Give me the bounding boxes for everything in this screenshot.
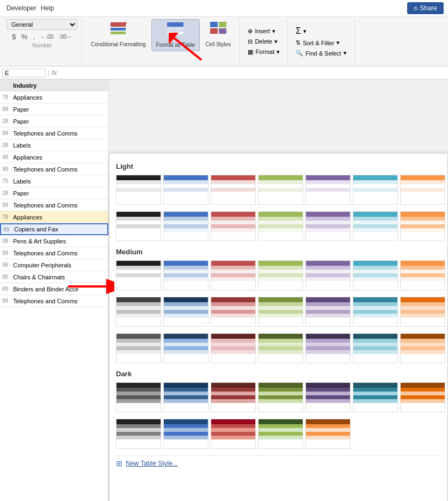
- medium-style-grid-row3: [116, 333, 441, 363]
- table-style-medium-cyan-3[interactable]: [353, 333, 398, 363]
- conditional-formatting-button[interactable]: Conditional Formatting: [87, 19, 150, 50]
- table-style-medium-purple-3[interactable]: [305, 333, 351, 363]
- table-style-light-red-2[interactable]: [211, 211, 256, 241]
- conditional-formatting-label: Conditional Formatting: [91, 41, 146, 48]
- table-style-medium-blue-2[interactable]: [163, 297, 208, 327]
- table-row[interactable]: 99 Telephones and Comms: [0, 295, 108, 307]
- table-style-medium-2[interactable]: [116, 297, 161, 327]
- share-icon: ⎋: [414, 4, 418, 12]
- table-style-medium-blue-3[interactable]: [163, 333, 208, 363]
- table-row[interactable]: 89 Binders and Binder Acce: [0, 283, 108, 295]
- table-style-light-blue-1[interactable]: [163, 175, 208, 205]
- delete-button[interactable]: ⊟ Delete ▾: [244, 37, 283, 46]
- table-style-dark-blue-1[interactable]: [163, 382, 208, 412]
- table-style-light-cyan-2[interactable]: [353, 211, 398, 241]
- table-style-medium-green-2[interactable]: [258, 297, 303, 327]
- table-style-medium-orange-3[interactable]: [400, 333, 445, 363]
- table-style-medium-orange-1[interactable]: [400, 260, 445, 290]
- table-style-light-orange-1[interactable]: [400, 175, 445, 205]
- table-style-dark-red-2[interactable]: [211, 419, 256, 449]
- table-style-medium-blue-1[interactable]: [163, 260, 208, 290]
- menu-item-help[interactable]: Help: [39, 3, 57, 13]
- table-style-dark-1[interactable]: [116, 382, 161, 412]
- currency-button[interactable]: $: [10, 32, 17, 41]
- table-style-medium-red-1[interactable]: [211, 260, 256, 290]
- table-style-light-green-2[interactable]: [258, 211, 303, 241]
- find-icon: 🔍: [296, 50, 303, 57]
- table-style-medium-green-1[interactable]: [258, 260, 303, 290]
- insert-button[interactable]: ⊕ Insert ▾: [244, 27, 283, 36]
- table-style-dark-2[interactable]: [116, 419, 161, 449]
- table-style-dark-orange-2[interactable]: [305, 419, 351, 449]
- table-style-light-green-1[interactable]: [258, 175, 303, 205]
- table-style-light-orange-2[interactable]: [400, 211, 445, 241]
- table-style-light-cyan-1[interactable]: [353, 175, 398, 205]
- table-row[interactable]: 08 Pens & Art Supplies: [0, 235, 108, 247]
- table-style-dark-green-2[interactable]: [258, 419, 303, 449]
- table-style-medium-purple-2[interactable]: [305, 297, 351, 327]
- table-style-dark-blue-2[interactable]: [163, 419, 208, 449]
- insert-delete-format: ⊕ Insert ▾ ⊟ Delete ▾ ▦ Format ▾: [244, 27, 283, 57]
- table-style-medium-purple-1[interactable]: [305, 260, 351, 290]
- insert-dropdown-icon: ▾: [272, 28, 275, 35]
- sort-filter-button[interactable]: ⇅ Sort & Filter ▾: [292, 38, 349, 47]
- autosum-button[interactable]: Σ ▾: [292, 25, 349, 37]
- table-style-medium-cyan-2[interactable]: [353, 297, 398, 327]
- decrease-decimal-button[interactable]: ←.00: [39, 33, 55, 40]
- table-style-medium-red-2[interactable]: [211, 297, 256, 327]
- increase-decimal-button[interactable]: .00→: [57, 33, 73, 40]
- comma-button[interactable]: ,: [32, 32, 37, 41]
- table-style-light-purple-1[interactable]: [305, 175, 351, 205]
- format-as-table-button[interactable]: Format as Table: [151, 19, 200, 51]
- format-as-table-label: Format as Table: [156, 42, 195, 48]
- table-row[interactable]: 78 Appliances: [0, 91, 108, 103]
- table-style-light-1[interactable]: [116, 175, 161, 205]
- table-style-light-purple-2[interactable]: [305, 211, 351, 241]
- table-style-dark-red-1[interactable]: [211, 382, 256, 412]
- find-dropdown-icon: ▾: [343, 50, 347, 57]
- table-style-light-2[interactable]: [116, 211, 161, 241]
- table-style-dark-orange-1[interactable]: [400, 382, 445, 412]
- table-row[interactable]: 99 Telephones and Comms: [0, 127, 108, 139]
- table-row[interactable]: 28 Paper: [0, 187, 108, 199]
- table-style-medium-green-3[interactable]: [258, 333, 303, 363]
- table-row[interactable]: 99 Telephones and Comms: [0, 247, 108, 259]
- table-row[interactable]: 28 Paper: [0, 115, 108, 127]
- format-as-table-icon: [167, 22, 184, 41]
- table-style-medium-orange-2[interactable]: [400, 297, 445, 327]
- table-style-light-red-1[interactable]: [211, 175, 256, 205]
- cell-styles-button[interactable]: Cell Styles: [201, 19, 235, 50]
- table-style-medium-red-3[interactable]: [211, 333, 256, 363]
- new-table-style-button[interactable]: ⊞ New Table Style...: [116, 455, 441, 471]
- table-style-medium-cyan-1[interactable]: [353, 260, 398, 290]
- name-box[interactable]: [2, 69, 46, 77]
- ribbon: Developer Help ⎋ Share General $ % , ←.0…: [0, 0, 448, 66]
- table-style-dark-cyan-1[interactable]: [353, 382, 398, 412]
- table-row[interactable]: 38 Labels: [0, 139, 108, 151]
- table-style-light-blue-2[interactable]: [163, 211, 208, 241]
- menu-item-developer[interactable]: Developer: [4, 3, 39, 13]
- find-select-button[interactable]: 🔍 Find & Select ▾: [292, 48, 349, 58]
- svg-rect-0: [111, 22, 126, 27]
- table-row[interactable]: 75 Labels: [0, 175, 108, 187]
- table-row[interactable]: 99 Telephones and Comms: [0, 199, 108, 211]
- number-format-select[interactable]: General: [7, 19, 77, 30]
- table-row[interactable]: 99 Copiers and Fax: [0, 223, 108, 235]
- formula-input[interactable]: [59, 70, 446, 76]
- medium-style-grid-row2: [116, 297, 441, 327]
- table-style-dark-purple-1[interactable]: [305, 382, 351, 412]
- table-style-dark-green-1[interactable]: [258, 382, 303, 412]
- table-row[interactable]: 95 Chairs & Chairmats: [0, 271, 108, 283]
- table-style-medium-3[interactable]: [116, 333, 161, 363]
- table-row[interactable]: 78 Appliances: [0, 211, 108, 223]
- share-button[interactable]: ⎋ Share: [407, 2, 444, 14]
- sort-icon: ⇅: [296, 39, 300, 46]
- table-style-medium-1[interactable]: [116, 260, 161, 290]
- table-row[interactable]: 48 Appliances: [0, 151, 108, 163]
- percent-button[interactable]: %: [20, 32, 29, 41]
- table-row[interactable]: 96 Computer Peripherals: [0, 259, 108, 271]
- table-row[interactable]: 98 Paper: [0, 103, 108, 115]
- number-format-buttons: $ % , ←.00 .00→: [10, 32, 73, 41]
- table-row[interactable]: 99 Telephones and Comms: [0, 163, 108, 175]
- format-button[interactable]: ▦ Format ▾: [244, 47, 283, 57]
